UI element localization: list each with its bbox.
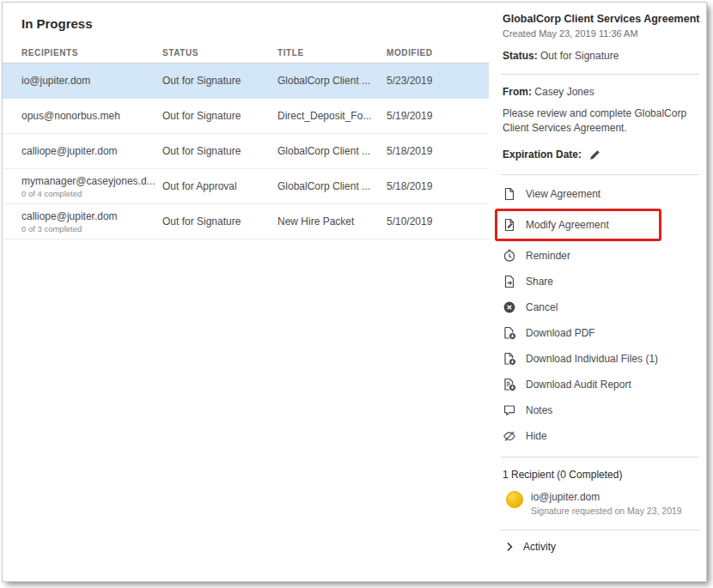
recipient-status: Signature requested on May 23, 2019: [531, 506, 682, 516]
notes-icon: [503, 403, 516, 417]
row-modified: 5/23/2019: [387, 75, 489, 87]
app-window: In Progress Recipients Status Title Modi…: [2, 2, 707, 582]
action-label: Download PDF: [526, 327, 595, 339]
row-recipient: mymanager@caseyjones.d... 0 of 4 complet…: [21, 175, 162, 198]
row-recipient: calliope@jupiter.dom: [21, 145, 162, 157]
row-status: Out for Signature: [162, 215, 277, 227]
table-row[interactable]: opus@nonorbus.meh Out for Signature Dire…: [3, 99, 489, 134]
action-label: Share: [526, 276, 553, 288]
download-audit-report-icon: [503, 378, 516, 391]
row-status: Out for Signature: [162, 110, 277, 122]
action-label: Reminder: [526, 250, 570, 262]
annotation-highlight-box: Modify Agreement: [495, 209, 661, 241]
reminder-icon: [503, 249, 516, 263]
status-line: Status: Out for Signature: [503, 50, 699, 62]
column-header-recipients[interactable]: Recipients: [21, 48, 162, 58]
action-download-audit-report[interactable]: Download Audit Report: [503, 372, 699, 397]
view-agreement-icon: [503, 187, 516, 201]
page-title: In Progress: [21, 16, 489, 31]
download-individual-files-icon: [503, 352, 516, 366]
from-line: From: Casey Jones: [503, 86, 699, 98]
row-recipient: calliope@jupiter.dom 0 of 3 completed: [21, 210, 162, 233]
status-label: Status:: [503, 50, 538, 62]
created-date: Created May 23, 2019 11:36 AM: [503, 28, 699, 39]
agreements-list-panel: In Progress Recipients Status Title Modi…: [3, 3, 489, 581]
row-recipient: opus@nonorbus.meh: [21, 110, 162, 122]
action-download-pdf[interactable]: Download PDF: [503, 320, 699, 346]
table-row[interactable]: calliope@jupiter.dom Out for Signature G…: [3, 134, 489, 169]
action-menu: View Agreement Modify Agreement Reminder: [503, 175, 699, 457]
row-modified: 5/19/2019: [387, 110, 489, 122]
chevron-right-icon: [503, 540, 516, 554]
action-label: Download Audit Report: [526, 379, 631, 391]
action-label: Download Individual Files (1): [526, 353, 658, 365]
row-modified: 5/10/2019: [387, 215, 489, 227]
row-status: Out for Signature: [162, 145, 277, 157]
column-header-title[interactable]: Title: [277, 48, 387, 58]
action-label: Modify Agreement: [526, 219, 609, 231]
row-progress: 0 of 3 completed: [21, 224, 155, 233]
hide-eye-icon: [503, 429, 516, 443]
action-share[interactable]: Share: [503, 269, 699, 294]
action-modify-agreement[interactable]: Modify Agreement: [503, 212, 654, 238]
from-value: Casey Jones: [534, 86, 594, 98]
table-header: Recipients Status Title Modified: [3, 43, 489, 64]
action-label: Cancel: [526, 301, 558, 313]
recipients-header: 1 Recipient (0 Completed): [503, 469, 699, 481]
row-progress: 0 of 4 completed: [21, 189, 155, 198]
activity-label: Activity: [523, 541, 556, 553]
row-recipient: io@jupiter.dom: [21, 75, 162, 87]
table-row[interactable]: io@jupiter.dom Out for Signature GlobalC…: [3, 64, 489, 99]
action-cancel[interactable]: Cancel: [503, 294, 699, 320]
agreement-title: GlobalCorp Client Services Agreement: [503, 13, 699, 25]
action-label: View Agreement: [526, 188, 600, 200]
row-title: New Hire Packet: [277, 215, 387, 227]
edit-pencil-icon[interactable]: [588, 148, 602, 161]
row-title: GlobalCorp Client ...: [277, 180, 387, 192]
action-notes[interactable]: Notes: [503, 397, 699, 423]
share-icon: [503, 275, 516, 288]
row-title: Direct_Deposit_Fo...: [277, 110, 387, 122]
divider: [501, 74, 699, 75]
recipient-email: io@jupiter.dom: [531, 491, 682, 503]
activity-toggle[interactable]: Activity: [503, 530, 699, 563]
action-hide[interactable]: Hide: [503, 423, 699, 449]
table-row[interactable]: mymanager@caseyjones.d... 0 of 4 complet…: [3, 169, 489, 204]
action-reminder[interactable]: Reminder: [503, 243, 699, 269]
row-status: Out for Signature: [162, 75, 277, 87]
row-modified: 5/18/2019: [387, 180, 489, 192]
action-label: Hide: [526, 430, 547, 442]
column-header-modified[interactable]: Modified: [387, 48, 489, 58]
action-view-agreement[interactable]: View Agreement: [503, 181, 699, 207]
expiration-label: Expiration Date:: [503, 149, 582, 161]
agreement-detail-panel: GlobalCorp Client Services Agreement Cre…: [489, 3, 707, 581]
table-row[interactable]: calliope@jupiter.dom 0 of 3 completed Ou…: [3, 204, 489, 239]
column-header-status[interactable]: Status: [162, 48, 277, 58]
recipient-avatar: [506, 491, 523, 508]
status-value: Out for Signature: [540, 50, 619, 62]
row-modified: 5/18/2019: [387, 145, 489, 157]
recipient-item[interactable]: io@jupiter.dom Signature requested on Ma…: [506, 491, 699, 516]
download-pdf-icon: [503, 326, 516, 340]
agreement-message: Please review and complete GlobalCorp Cl…: [503, 106, 696, 136]
row-status: Out for Approval: [162, 180, 277, 192]
from-label: From:: [503, 86, 532, 98]
expiration-line: Expiration Date:: [503, 148, 699, 161]
modify-agreement-icon: [503, 218, 516, 232]
row-title: GlobalCorp Client ...: [277, 145, 387, 157]
divider: [501, 457, 699, 458]
row-title: GlobalCorp Client ...: [277, 75, 387, 87]
action-download-individual-files[interactable]: Download Individual Files (1): [503, 346, 699, 372]
action-label: Notes: [526, 404, 552, 416]
cancel-icon: [503, 300, 516, 314]
